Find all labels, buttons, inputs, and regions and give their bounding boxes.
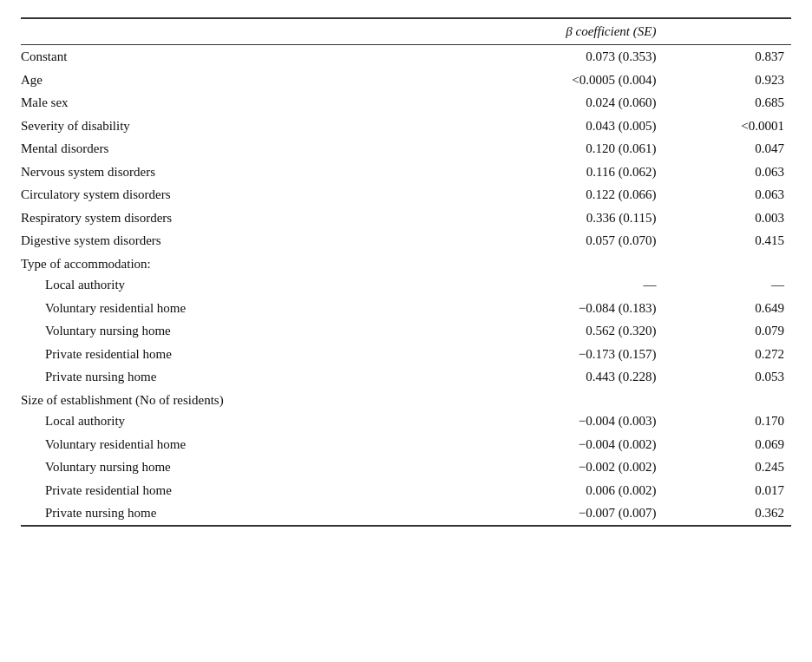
cell-pvalue: 0.079 — [691, 319, 791, 343]
cell-beta — [441, 389, 691, 410]
cell-pvalue: 0.047 — [691, 137, 791, 161]
cell-pvalue: 0.415 — [691, 229, 791, 252]
cell-variable: Mental disorders — [21, 137, 441, 161]
header-beta: β coefficient (SE) — [441, 18, 691, 45]
cell-beta: −0.084 (0.183) — [441, 297, 691, 320]
cell-pvalue: 0.053 — [691, 365, 791, 389]
cell-variable: Local authority — [21, 273, 441, 297]
cell-pvalue: — — [691, 273, 791, 297]
cell-beta: 0.043 (0.005) — [441, 115, 691, 138]
cell-variable: Circulatory system disorders — [21, 183, 441, 206]
cell-beta: <0.0005 (0.004) — [441, 69, 691, 92]
cell-pvalue: 0.272 — [691, 343, 791, 366]
cell-variable: Voluntary residential home — [21, 433, 441, 456]
cell-variable: Private nursing home — [21, 501, 441, 526]
cell-variable: Constant — [21, 45, 441, 69]
cell-variable: Local authority — [21, 410, 441, 433]
cell-variable: Private residential home — [21, 479, 441, 502]
cell-pvalue — [691, 389, 791, 410]
cell-variable: Voluntary residential home — [21, 297, 441, 320]
statistics-table: β coefficient (SE) Constant0.073 (0.353)… — [21, 17, 791, 527]
cell-variable: Male sex — [21, 91, 441, 115]
cell-pvalue: 0.017 — [691, 479, 791, 502]
cell-pvalue: 0.069 — [691, 433, 791, 456]
cell-pvalue: 0.923 — [691, 69, 791, 92]
header-variable — [21, 18, 441, 45]
header-pvalue — [691, 18, 791, 45]
cell-beta: −0.007 (0.007) — [441, 501, 691, 526]
cell-pvalue: 0.063 — [691, 161, 791, 184]
cell-variable: Severity of disability — [21, 115, 441, 138]
cell-variable: Private nursing home — [21, 365, 441, 389]
cell-beta: 0.443 (0.228) — [441, 365, 691, 389]
cell-beta: −0.173 (0.157) — [441, 343, 691, 366]
cell-beta — [441, 252, 691, 274]
cell-beta: 0.562 (0.320) — [441, 319, 691, 343]
cell-pvalue: 0.245 — [691, 456, 791, 479]
cell-pvalue: 0.063 — [691, 183, 791, 206]
cell-variable: Age — [21, 69, 441, 92]
cell-beta: −0.004 (0.002) — [441, 433, 691, 456]
cell-pvalue — [691, 252, 791, 274]
cell-variable: Size of establishment (No of residents) — [21, 389, 441, 410]
cell-pvalue: <0.0001 — [691, 115, 791, 138]
cell-variable: Nervous system disorders — [21, 161, 441, 184]
cell-variable: Type of accommodation: — [21, 252, 441, 274]
cell-variable: Respiratory system disorders — [21, 206, 441, 230]
cell-beta: −0.004 (0.003) — [441, 410, 691, 433]
cell-beta: 0.024 (0.060) — [441, 91, 691, 115]
cell-variable: Private residential home — [21, 343, 441, 366]
cell-pvalue: 0.649 — [691, 297, 791, 320]
cell-beta: 0.057 (0.070) — [441, 229, 691, 252]
cell-beta: 0.116 (0.062) — [441, 161, 691, 184]
cell-variable: Voluntary nursing home — [21, 319, 441, 343]
cell-pvalue: 0.003 — [691, 206, 791, 230]
cell-beta: 0.336 (0.115) — [441, 206, 691, 230]
cell-pvalue: 0.685 — [691, 91, 791, 115]
cell-pvalue: 0.837 — [691, 45, 791, 69]
cell-variable: Digestive system disorders — [21, 229, 441, 252]
cell-beta: 0.120 (0.061) — [441, 137, 691, 161]
cell-pvalue: 0.362 — [691, 501, 791, 526]
cell-beta: — — [441, 273, 691, 297]
cell-beta: −0.002 (0.002) — [441, 456, 691, 479]
cell-beta: 0.073 (0.353) — [441, 45, 691, 69]
cell-beta: 0.122 (0.066) — [441, 183, 691, 206]
cell-pvalue: 0.170 — [691, 410, 791, 433]
cell-variable: Voluntary nursing home — [21, 456, 441, 479]
cell-beta: 0.006 (0.002) — [441, 479, 691, 502]
